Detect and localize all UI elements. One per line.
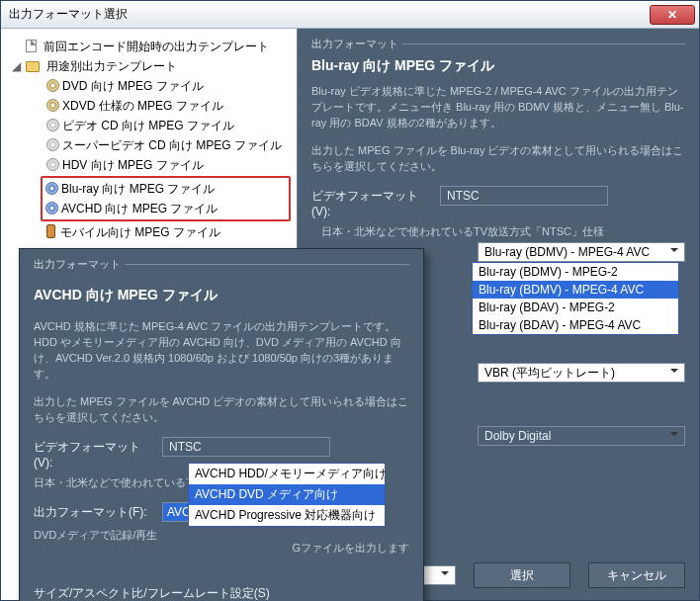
- output-format-hint-suffix: Gファイルを出力します: [292, 542, 409, 554]
- tree-item-svcd[interactable]: スーパービデオ CD 向け MPEG ファイル: [7, 135, 291, 155]
- group-title: 出力フォーマット: [311, 37, 685, 51]
- size-label: サイズ/アスペクト比/フレームレート設定(S): [34, 585, 409, 601]
- format-desc-1: AVCHD 規格に準じた MPEG-4 AVC ファイルの出力用テンプレートです…: [34, 318, 409, 382]
- output-format-dropdown[interactable]: Blu-ray (BDMV) - MPEG-2 Blu-ray (BDMV) -…: [472, 262, 679, 335]
- tree-label: DVD 向け MPEG ファイル: [62, 79, 204, 93]
- tree-label: HDV 向け MPEG ファイル: [62, 158, 204, 172]
- rate-mode-select[interactable]: VBR (平均ビットレート): [478, 363, 685, 383]
- tree-item-avchd[interactable]: AVCHD 向け MPEG ファイル: [45, 199, 286, 218]
- tree-label: 用途別出力テンプレート: [46, 59, 177, 73]
- video-format-label: ビデオフォーマット(V):: [34, 439, 152, 470]
- tree-item-by-purpose[interactable]: ◢ 用途別出力テンプレート: [7, 56, 291, 76]
- dialog-window: 出力フォーマット選択 ✕ 前回エンコード開始時の出力テンプレート ◢ 用途別出力…: [0, 0, 700, 601]
- tree-label: スーパービデオ CD 向け MPEG ファイル: [62, 138, 282, 152]
- video-format-label: ビデオフォーマット(V):: [311, 188, 430, 218]
- video-format-hint: 日本・北米などで使われているTV放送方式「NTSC」仕様: [321, 224, 685, 239]
- video-format-select[interactable]: NTSC: [440, 186, 608, 206]
- tree-item-xdvd[interactable]: XDVD 仕様の MPEG ファイル: [7, 96, 291, 116]
- disc-icon: [45, 202, 58, 215]
- tree-label: Blu-ray 向け MPEG ファイル: [61, 182, 215, 196]
- output-format-hint-prefix: DVDメディアで記録/再生: [34, 528, 182, 543]
- output-format-dropdown[interactable]: AVCHD HDD/メモリーメディア向け AVCHD DVD メディア向け AV…: [188, 463, 386, 527]
- dropdown-option[interactable]: Blu-ray (BDMV) - MPEG-2: [473, 263, 678, 281]
- cancel-button[interactable]: キャンセル: [588, 562, 685, 588]
- select-button[interactable]: 選択: [474, 562, 570, 588]
- format-heading: AVCHD 向け MPEG ファイル: [34, 286, 409, 304]
- format-desc-2: 出力した MPEG ファイルを AVCHD ビデオの素材として用いられる場合はこ…: [34, 393, 409, 425]
- mobile-icon: [46, 224, 55, 238]
- disc-icon: [46, 119, 59, 131]
- tree-label: 前回エンコード開始時の出力テンプレート: [44, 40, 269, 53]
- page-icon: [26, 40, 37, 52]
- combo-value: Dolby Digital: [484, 429, 551, 443]
- video-format-select[interactable]: NTSC: [162, 437, 330, 457]
- disc-icon: [46, 138, 59, 151]
- format-desc-2: 出力した MPEG ファイルを Blu-ray ビデオの素材として用いられる場合…: [311, 142, 685, 174]
- format-heading: Blu-ray 向け MPEG ファイル: [311, 57, 685, 75]
- tree-label: XDVD 仕様の MPEG ファイル: [62, 99, 223, 113]
- titlebar: 出力フォーマット選択 ✕: [1, 1, 699, 29]
- dropdown-option[interactable]: Blu-ray (BDAV) - MPEG-2: [473, 299, 678, 316]
- avchd-overlay-panel: 出力フォーマット AVCHD 向け MPEG ファイル AVCHD 規格に準じた…: [19, 248, 424, 601]
- dropdown-option-selected[interactable]: Blu-ray (BDMV) - MPEG-4 AVC: [473, 281, 678, 299]
- tree-label: モバイル向け MPEG ファイル: [60, 225, 220, 239]
- dropdown-option[interactable]: AVCHD HDD/メモリーメディア向け: [189, 464, 385, 484]
- output-format-label: 出力フォーマット(F):: [34, 504, 152, 521]
- combo-value: Blu-ray (BDMV) - MPEG-4 AVC: [484, 245, 650, 259]
- disc-icon: [46, 79, 59, 92]
- tree-item-dvd[interactable]: DVD 向け MPEG ファイル: [7, 76, 291, 96]
- dropdown-option[interactable]: AVCHD Progressive 対応機器向け: [189, 505, 385, 526]
- tree-collapse-icon: ◢: [11, 56, 21, 76]
- disc-icon: [45, 182, 58, 195]
- tree-item-hdv[interactable]: HDV 向け MPEG ファイル: [7, 155, 291, 175]
- output-format-select[interactable]: Blu-ray (BDMV) - MPEG-4 AVC: [478, 242, 685, 262]
- dropdown-option-selected[interactable]: AVCHD DVD メディア向け: [189, 484, 385, 505]
- tree-label: ビデオ CD 向け MPEG ファイル: [62, 119, 234, 132]
- audio-select[interactable]: Dolby Digital: [478, 426, 685, 446]
- format-desc-1: Blu-ray ビデオ規格に準じた MPEG-2 / MPEG-4 AVC ファ…: [311, 83, 685, 130]
- tree-highlighted-group: Blu-ray 向け MPEG ファイル AVCHD 向け MPEG ファイル: [41, 176, 291, 221]
- window-title: 出力フォーマット選択: [9, 6, 650, 23]
- tree-label: AVCHD 向け MPEG ファイル: [61, 202, 218, 215]
- tree-item-last-template[interactable]: 前回エンコード開始時の出力テンプレート: [7, 37, 291, 56]
- group-title: 出力フォーマット: [34, 257, 409, 272]
- tree-item-mobile[interactable]: モバイル向け MPEG ファイル: [7, 222, 291, 242]
- disc-icon: [46, 158, 59, 171]
- disc-icon: [46, 99, 59, 112]
- folder-icon: [26, 61, 40, 72]
- dropdown-option[interactable]: Blu-ray (BDAV) - MPEG-4 AVC: [473, 316, 678, 334]
- tree-item-vcd[interactable]: ビデオ CD 向け MPEG ファイル: [7, 116, 291, 135]
- combo-value: VBR (平均ビットレート): [484, 365, 615, 382]
- close-button[interactable]: ✕: [650, 5, 695, 25]
- tree-item-bluray[interactable]: Blu-ray 向け MPEG ファイル: [45, 179, 286, 199]
